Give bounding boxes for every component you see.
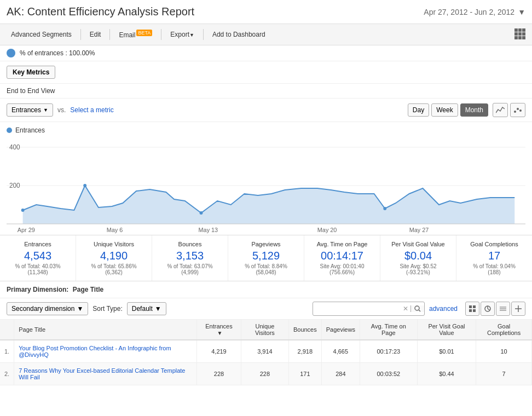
toolbar: Advanced Segments Edit EmailBETA Export▼… — [0, 24, 532, 45]
row2-bounces: 171 — [288, 363, 321, 385]
col-num — [0, 320, 14, 340]
primary-dimension-value: Page Title — [73, 286, 103, 293]
stat-label-bounces: Bounces — [157, 241, 223, 247]
stat-sub1-avg-time: Site Avg: 00:01:40 — [309, 263, 375, 269]
svg-text:200: 200 — [9, 182, 20, 189]
toolbar-separator — [80, 29, 81, 40]
advanced-link[interactable]: advanced — [429, 305, 458, 313]
table-row: 1. Your Blog Post Promotion Checklist - … — [0, 340, 532, 363]
edit-button[interactable]: Edit — [84, 28, 107, 41]
stat-value-goal-comp: 17 — [461, 250, 528, 262]
stat-sub2-pageviews: (58,048) — [233, 269, 299, 275]
row1-title-link[interactable]: Your Blog Post Promotion Checklist - An … — [19, 345, 171, 358]
stat-sub2-unique: (6,362) — [80, 269, 147, 275]
table-view-button[interactable] — [496, 302, 510, 316]
pie-chart-button[interactable] — [481, 302, 495, 316]
select-metric-link[interactable]: Select a metric — [70, 106, 113, 114]
stat-label-pageviews: Pageviews — [233, 241, 299, 247]
entrances-dropdown[interactable]: Entrances ▼ — [7, 103, 53, 117]
stat-avg-time: Avg. Time on Page 00:14:17 Site Avg: 00:… — [304, 235, 380, 281]
metric-dropdown: Entrances ▼ — [7, 103, 53, 117]
chart-legend: Entrances — [7, 122, 525, 136]
col-bounces[interactable]: Bounces — [288, 320, 321, 340]
key-metrics-button[interactable]: Key Metrics — [7, 66, 55, 79]
row2-title-link[interactable]: 7 Reasons Why Your Excel-based Editorial… — [19, 367, 185, 380]
svg-rect-24 — [473, 309, 476, 312]
stat-per-visit-goal: Per Visit Goal Value $0.04 Site Avg: $0.… — [380, 235, 456, 281]
col-pageviews[interactable]: Pageviews — [321, 320, 360, 340]
vs-text: vs. — [57, 106, 66, 114]
compare-view-button[interactable] — [511, 302, 525, 316]
row2-goal-value: $0.44 — [417, 363, 476, 385]
svg-point-19 — [415, 306, 419, 310]
grid-view-button[interactable] — [465, 302, 479, 316]
row1-goal-value: $0.01 — [417, 340, 476, 363]
legend-label: Entrances — [15, 126, 45, 134]
row1-title: Your Blog Post Promotion Checklist - An … — [14, 340, 197, 363]
search-go-button[interactable] — [410, 305, 424, 312]
stat-sub2-goal-value: (-93.21%) — [385, 269, 452, 275]
col-unique-visitors[interactable]: Unique Visitors — [241, 320, 288, 340]
stat-pageviews: Pageviews 5,129 % of Total: 8.84% (58,04… — [228, 235, 304, 281]
stat-sub1-goal-comp: % of Total: 9.04% — [461, 263, 528, 269]
day-button[interactable]: Day — [408, 103, 429, 117]
week-button[interactable]: Week — [431, 103, 458, 117]
date-range-text: Apr 27, 2012 - Jun 2, 2012 — [424, 8, 514, 16]
add-to-dashboard-button[interactable]: Add to Dashboard — [207, 28, 271, 41]
sec-dim-arrow: ▼ — [77, 305, 83, 313]
sort-arrow-entrances: ▼ — [217, 330, 223, 336]
stat-value-pageviews: 5,129 — [233, 250, 299, 262]
row2-entrances: 228 — [197, 363, 241, 385]
chart-area: Entrances 400 200 Apr 29 May 6 May 13 — [0, 122, 532, 235]
stat-sub1-bounces: % of Total: 63.07% — [157, 263, 223, 269]
scatter-chart-button[interactable] — [510, 103, 525, 117]
col-entrances[interactable]: Entrances ▼ — [197, 320, 241, 340]
table-row: 2. 7 Reasons Why Your Excel-based Editor… — [0, 363, 532, 385]
segment-bar: % of entrances : 100.00% — [0, 45, 532, 61]
search-input[interactable] — [313, 304, 401, 314]
row2-avg-time: 00:03:52 — [360, 363, 417, 385]
chart-controls: Entrances ▼ vs. Select a metric Day Week… — [0, 99, 532, 122]
stat-sub1-entrances: % of Total: 40.03% — [4, 263, 71, 269]
stat-value-bounces: 3,153 — [157, 250, 223, 262]
stat-sub2-entrances: (11,348) — [4, 269, 71, 275]
stat-value-unique: 4,190 — [80, 250, 147, 262]
row1-bounces: 2,918 — [288, 340, 321, 363]
key-metrics-section: Key Metrics — [0, 61, 532, 84]
stat-label-goal-value: Per Visit Goal Value — [385, 241, 452, 247]
stat-sub2-goal-comp: (188) — [461, 269, 528, 275]
stat-sub1-goal-value: Site Avg: $0.52 — [385, 263, 452, 269]
col-page-title: Page Title — [14, 320, 197, 340]
segment-text: % of entrances : 100.00% — [20, 49, 95, 57]
apps-grid-icon[interactable] — [514, 28, 527, 41]
stat-sub1-unique: % of Total: 65.86% — [80, 263, 147, 269]
line-chart-button[interactable] — [493, 103, 508, 117]
chart-svg: 400 200 Apr 29 May 6 May 13 May 20 May 2… — [7, 136, 525, 235]
advanced-segments-button[interactable]: Advanced Segments — [5, 28, 77, 41]
col-goal-completions[interactable]: Goal Completions — [476, 320, 532, 340]
row1-entrances: 4,219 — [197, 340, 241, 363]
search-box: ✕ — [313, 302, 425, 316]
search-clear-icon[interactable]: ✕ — [401, 305, 410, 313]
date-range-arrow[interactable]: ▼ — [518, 8, 525, 16]
svg-line-20 — [419, 310, 420, 311]
legend-dot — [7, 128, 12, 133]
email-button[interactable]: EmailBETA — [113, 27, 158, 42]
primary-dimension-label: Primary Dimension: — [7, 286, 68, 293]
svg-text:May 6: May 6 — [107, 227, 123, 233]
svg-text:May 13: May 13 — [199, 227, 218, 233]
export-button[interactable]: Export▼ — [165, 28, 200, 41]
row2-num: 2. — [0, 363, 14, 385]
svg-point-12 — [383, 207, 386, 210]
svg-rect-21 — [469, 305, 472, 308]
svg-rect-23 — [469, 309, 472, 312]
svg-point-9 — [21, 209, 25, 212]
col-avg-time[interactable]: Avg. Time on Page — [360, 320, 417, 340]
primary-dimension-bar: Primary Dimension: Page Title — [0, 281, 532, 298]
month-button[interactable]: Month — [460, 103, 488, 117]
toolbar-separator-3 — [161, 29, 161, 40]
secondary-dimension-button[interactable]: Secondary dimension ▼ — [7, 302, 88, 315]
sort-default-button[interactable]: Default ▼ — [127, 302, 166, 315]
col-per-visit-goal[interactable]: Per Visit Goal Value — [417, 320, 476, 340]
stat-sub1-pageviews: % of Total: 8.84% — [233, 263, 299, 269]
